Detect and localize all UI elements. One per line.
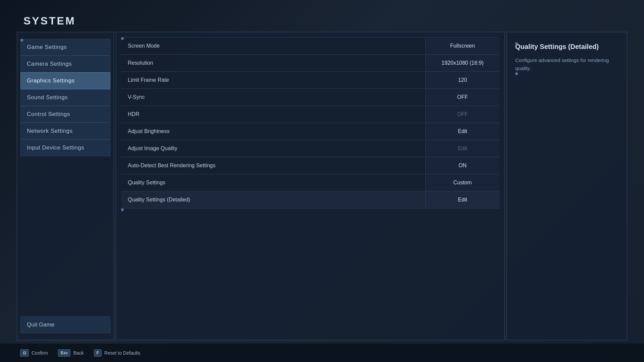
settings-value-hdr: OFF [426, 106, 499, 123]
hint-label: Reset to Defaults [104, 350, 140, 356]
hint-label: Confirm [32, 350, 48, 356]
settings-row-quality-settings-detailed: Quality Settings (Detailed)Edit [121, 191, 499, 208]
description-text: Configure advanced settings for renderin… [515, 56, 619, 72]
quit-game-button[interactable]: Quit Game [20, 316, 110, 333]
settings-table: Screen ModeFullscreenResolution1920x1080… [121, 37, 499, 208]
settings-row-auto-detect: Auto-Detect Best Rendering SettingsON [121, 157, 499, 174]
settings-row-adjust-image-quality: Adjust Image QualityEdit [121, 140, 499, 157]
settings-row-hdr: HDROFF [121, 106, 499, 123]
menu-item-network-settings[interactable]: Network Settings [20, 123, 110, 139]
menu-item-control-settings[interactable]: Control Settings [20, 106, 110, 123]
settings-label-limit-frame-rate: Limit Frame Rate [121, 72, 426, 88]
settings-row-v-sync: V-SyncOFF [121, 89, 499, 106]
settings-label-resolution: Resolution [121, 55, 426, 71]
settings-value-adjust-image-quality: Edit [426, 140, 499, 157]
settings-label-hdr: HDR [121, 106, 426, 123]
right-panel: Quality Settings (Detailed) Configure ad… [506, 32, 627, 340]
key-icon: Esc [58, 349, 70, 357]
settings-value-limit-frame-rate: 120 [426, 72, 499, 88]
settings-value-resolution: 644x362 (16:9) [426, 55, 499, 71]
bottom-hint-confirm: ⊡Confirm [20, 349, 48, 357]
page-title: SYSTEM [17, 10, 627, 32]
bottom-hint-reset-to-defaults: FReset to Defaults [94, 349, 141, 357]
bottom-hint-back: EscBack [58, 349, 84, 357]
middle-panel: Screen ModeFullscreenResolution1920x1080… [116, 32, 505, 340]
settings-row-resolution: Resolution1920x1080 (16:9) [121, 55, 499, 72]
settings-row-quality-settings: Quality SettingsCustom [121, 174, 499, 191]
settings-label-quality-settings-detailed: Quality Settings (Detailed) [121, 191, 426, 208]
key-icon: F [94, 349, 102, 357]
settings-label-v-sync: V-Sync [121, 89, 426, 106]
columns-layout: Game SettingsCamera SettingsGraphics Set… [17, 32, 627, 340]
key-icon: ⊡ [20, 349, 29, 357]
menu-item-camera-settings[interactable]: Camera Settings [20, 56, 110, 72]
settings-label-adjust-image-quality: Adjust Image Quality [121, 140, 426, 157]
settings-value-screen-mode: Fullscreen [426, 38, 499, 54]
settings-value-v-sync: OFF [426, 89, 499, 106]
menu-item-game-settings[interactable]: Game Settings [20, 39, 110, 56]
settings-row-screen-mode: Screen ModeFullscreen [121, 37, 499, 55]
menu-list: Game SettingsCamera SettingsGraphics Set… [20, 39, 110, 156]
settings-value-auto-detect: ON [426, 157, 499, 174]
settings-value-quality-settings-detailed[interactable]: Edit [426, 191, 499, 208]
settings-row-adjust-brightness: Adjust BrightnessEdit [121, 123, 499, 140]
description-title: Quality Settings (Detailed) [515, 42, 619, 51]
bottom-hints: ⊡ConfirmEscBackFReset to Defaults [20, 349, 140, 357]
settings-value-quality-settings: Custom [426, 174, 499, 191]
settings-value-adjust-brightness[interactable]: Edit [426, 123, 499, 140]
settings-label-auto-detect: Auto-Detect Best Rendering Settings [121, 157, 426, 174]
menu-item-input-device-settings[interactable]: Input Device Settings [20, 139, 110, 156]
settings-label-quality-settings: Quality Settings [121, 174, 426, 191]
left-panel: Game SettingsCamera SettingsGraphics Set… [17, 32, 114, 340]
bottom-bar: ⊡ConfirmEscBackFReset to Defaults [0, 344, 644, 362]
menu-item-graphics-settings[interactable]: Graphics Settings [20, 72, 110, 89]
main-container: SYSTEM Game SettingsCamera SettingsGraph… [17, 10, 627, 342]
hint-label: Back [73, 350, 84, 356]
settings-row-limit-frame-rate: Limit Frame Rate120 [121, 72, 499, 89]
settings-label-adjust-brightness: Adjust Brightness [121, 123, 426, 140]
menu-item-sound-settings[interactable]: Sound Settings [20, 89, 110, 106]
settings-label-screen-mode: Screen Mode [121, 38, 426, 54]
